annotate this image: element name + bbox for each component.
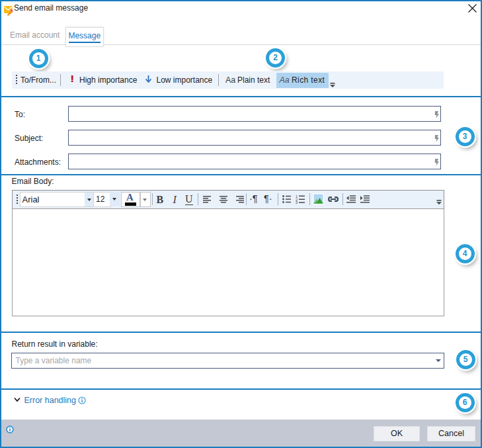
svg-text:3: 3 (296, 201, 298, 204)
